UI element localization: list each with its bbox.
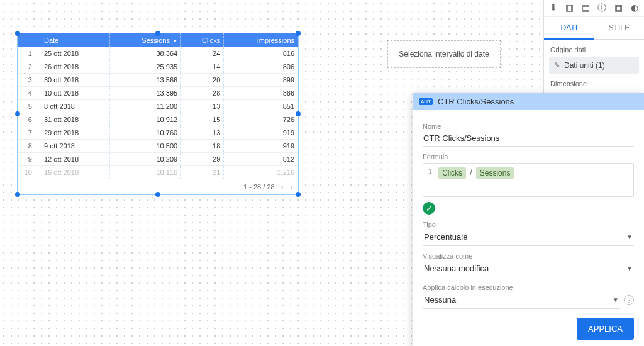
type-dropdown[interactable]: Percentuale ▼ — [423, 228, 634, 246]
cell-date: 16 ott 2018 — [40, 166, 110, 179]
chart-type-icon[interactable]: ◐ — [631, 3, 638, 14]
cell-date: 30 ott 2018 — [40, 74, 110, 87]
table-row[interactable]: 8.9 ott 201810.50018919 — [18, 140, 298, 153]
cell-date: 31 ott 2018 — [40, 113, 110, 126]
type-value: Percentuale — [424, 232, 467, 242]
table-row[interactable]: 4.10 ott 201813.39528866 — [18, 87, 298, 100]
help-icon[interactable]: ? — [624, 295, 634, 305]
chart-type-icon[interactable]: ▥ — [565, 3, 574, 14]
cell-date: 10 ott 2018 — [40, 87, 110, 100]
cell-clicks: 18 — [181, 140, 224, 153]
table-row[interactable]: 6.31 ott 201810.91215726 — [18, 113, 298, 126]
display-value: Nessuna modifica — [424, 264, 489, 273]
table-row[interactable]: 10.16 ott 201810.116211.216 — [18, 166, 298, 179]
cell-sessions: 10.912 — [110, 113, 181, 126]
table-row[interactable]: 2.26 ott 201825.93514806 — [18, 60, 298, 74]
resize-handle[interactable] — [155, 192, 160, 197]
cell-date: 26 ott 2018 — [40, 60, 110, 74]
cell-date: 9 ott 2018 — [40, 140, 110, 153]
table-row[interactable]: 3.30 ott 201813.56620899 — [18, 74, 298, 87]
data-source-name: Dati uniti (1) — [564, 61, 605, 70]
chart-type-icon[interactable]: ▤ — [582, 3, 590, 14]
tab-data[interactable]: DATI — [544, 17, 594, 40]
formula-token-sessions[interactable]: Sessions — [476, 167, 514, 179]
cell-clicks: 13 — [181, 126, 224, 140]
chevron-down-icon: ▼ — [626, 233, 633, 240]
row-index: 5. — [18, 100, 40, 113]
chevron-down-icon: ▼ — [626, 265, 633, 272]
row-index: 9. — [18, 153, 40, 166]
table-row[interactable]: 7.29 ott 201810.76013919 — [18, 126, 298, 140]
cell-impressions: 812 — [224, 153, 298, 166]
dimension-label: Dimensione — [544, 74, 644, 91]
chart-type-icon[interactable]: ⓘ — [597, 3, 606, 14]
formula-label: Formula — [423, 153, 634, 160]
cell-impressions: 866 — [224, 87, 298, 100]
formula-token-clicks[interactable]: Clicks — [438, 167, 466, 179]
cell-sessions: 25.935 — [110, 60, 181, 74]
column-header-impressions[interactable]: Impressions — [224, 33, 298, 47]
column-header-clicks[interactable]: Clicks — [181, 33, 224, 47]
running-label: Applica calcolo in esecuzione — [423, 284, 634, 291]
column-header-date[interactable]: Date — [40, 33, 110, 47]
display-dropdown[interactable]: Nessuna modifica ▼ — [423, 260, 634, 277]
cell-sessions: 13.395 — [110, 87, 181, 100]
auto-badge: AUT — [419, 98, 433, 105]
running-dropdown[interactable]: Nessuna ▼ — [423, 291, 620, 309]
row-index: 6. — [18, 113, 40, 126]
row-index: 1. — [18, 47, 40, 60]
row-index: 2. — [18, 60, 40, 74]
name-input[interactable] — [423, 130, 634, 147]
apply-button[interactable]: APPLICA — [577, 318, 634, 340]
cell-impressions: 919 — [224, 140, 298, 153]
cell-impressions: 851 — [224, 100, 298, 113]
cell-sessions: 10.500 — [110, 140, 181, 153]
row-index: 4. — [18, 87, 40, 100]
cell-impressions: 806 — [224, 60, 298, 74]
chart-type-icon[interactable]: ▦ — [614, 3, 623, 14]
display-label: Visualizza come — [423, 252, 634, 260]
cell-impressions: 919 — [224, 126, 298, 140]
table-widget[interactable]: Date Sessions ▼ Clicks Impressions 1.25 … — [17, 33, 299, 195]
valid-check-icon: ✓ — [423, 202, 435, 215]
next-page-icon[interactable]: › — [290, 182, 293, 192]
cell-sessions: 13.566 — [110, 74, 181, 87]
row-index: 3. — [18, 74, 40, 87]
formula-operator: / — [470, 167, 472, 177]
calculated-field-panel: AUT CTR Clicks/Sessions Nome Formula 1 C… — [413, 93, 644, 346]
cell-date: 25 ott 2018 — [40, 47, 110, 60]
column-header-sessions[interactable]: Sessions ▼ — [110, 33, 181, 47]
cell-clicks: 20 — [181, 74, 224, 87]
resize-handle[interactable] — [15, 192, 20, 197]
cell-clicks: 24 — [181, 47, 224, 60]
calc-panel-header: AUT CTR Clicks/Sessions — [413, 93, 644, 110]
cell-clicks: 14 — [181, 60, 224, 74]
cell-impressions: 899 — [224, 74, 298, 87]
chevron-down-icon: ▼ — [613, 296, 619, 303]
line-number: 1 — [428, 167, 432, 175]
formula-editor[interactable]: 1 Clicks / Sessions — [423, 163, 634, 197]
prev-page-icon[interactable]: ‹ — [281, 182, 284, 192]
date-range-placeholder[interactable]: Seleziona intervallo di date — [387, 40, 501, 68]
table-row[interactable]: 5.8 ott 201811.20013851 — [18, 100, 298, 113]
cell-impressions: 816 — [224, 47, 298, 60]
tab-style[interactable]: STILE — [594, 17, 645, 40]
cell-clicks: 29 — [181, 153, 224, 166]
table-row[interactable]: 9.12 ott 201810.20929812 — [18, 153, 298, 166]
table-row[interactable]: 1.25 ott 201838.36424816 — [18, 47, 298, 60]
running-value: Nessuna — [424, 295, 456, 304]
type-label: Tipo — [423, 221, 634, 228]
row-index: 7. — [18, 126, 40, 140]
calc-title: CTR Clicks/Sessions — [438, 97, 514, 106]
cell-clicks: 15 — [181, 113, 224, 126]
cell-sessions: 10.116 — [110, 166, 181, 179]
data-table: Date Sessions ▼ Clicks Impressions 1.25 … — [18, 33, 298, 179]
cell-sessions: 11.200 — [110, 100, 181, 113]
data-source-chip[interactable]: ✎ Dati uniti (1) — [549, 57, 639, 74]
cell-impressions: 1.216 — [224, 166, 298, 179]
chart-type-icon[interactable]: ⬇ — [550, 3, 557, 14]
name-label: Nome — [423, 123, 634, 130]
cell-sessions: 10.209 — [110, 153, 181, 166]
resize-handle[interactable] — [296, 192, 301, 197]
cell-sessions: 38.364 — [110, 47, 181, 60]
